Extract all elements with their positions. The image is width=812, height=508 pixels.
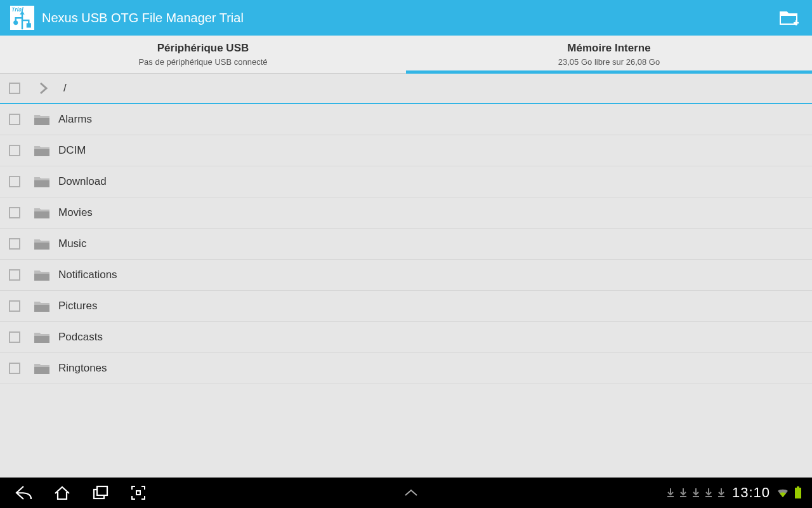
tab-usb-subtitle: Pas de périphérique USB connecté [138, 57, 267, 67]
file-list[interactable]: Alarms DCIM Download Movies [0, 104, 812, 478]
home-icon [53, 485, 71, 501]
row-checkbox[interactable] [9, 269, 20, 281]
svg-point-1 [14, 21, 17, 24]
recent-apps-icon [91, 485, 109, 500]
usb-otg-icon [12, 11, 32, 30]
status-clock: 13:10 [732, 485, 770, 501]
file-name: Podcasts [58, 331, 103, 344]
file-row[interactable]: Movies [0, 197, 812, 229]
storage-tabs: Périphérique USB Pas de périphérique USB… [0, 36, 812, 74]
file-name: Pictures [58, 300, 97, 312]
folder-icon [33, 268, 51, 282]
row-checkbox[interactable] [9, 114, 20, 125]
chevron-up-icon [403, 488, 419, 497]
file-row[interactable]: Ringtones [0, 353, 812, 384]
nav-home-button[interactable] [43, 478, 81, 508]
file-row[interactable]: Pictures [0, 291, 812, 322]
row-checkbox[interactable] [9, 363, 20, 374]
file-row[interactable]: Podcasts [0, 322, 812, 353]
select-all-checkbox[interactable] [9, 83, 20, 94]
svg-rect-8 [136, 491, 140, 495]
file-name: Alarms [58, 113, 92, 126]
folder-icon [33, 361, 51, 375]
row-checkbox[interactable] [9, 207, 20, 218]
file-name: Ringtones [58, 362, 107, 375]
file-name: Download [58, 175, 107, 188]
file-name: DCIM [58, 144, 86, 157]
download-icon [690, 487, 702, 498]
row-checkbox[interactable] [9, 238, 20, 250]
app-icon: Trial [10, 6, 34, 30]
path-row: / [0, 74, 812, 104]
nav-screenshot-button[interactable] [119, 478, 157, 508]
folder-icon [33, 206, 51, 220]
app-icon-trial-label: Trial [11, 6, 23, 13]
current-path: / [63, 82, 67, 95]
svg-rect-2 [27, 24, 30, 27]
svg-rect-7 [97, 486, 107, 495]
folder-icon [33, 175, 51, 189]
folder-plus-icon [780, 10, 799, 26]
file-row[interactable]: DCIM [0, 135, 812, 166]
folder-icon [33, 112, 51, 126]
folder-icon [33, 144, 51, 157]
back-icon [15, 485, 34, 501]
nav-back-button[interactable] [5, 478, 43, 508]
svg-rect-20 [795, 488, 801, 498]
download-icon [703, 487, 714, 498]
download-icon [665, 487, 676, 498]
app-bar: Trial Nexus USB OTG File Manager Trial [0, 0, 812, 36]
file-name: Notifications [58, 269, 117, 281]
new-folder-button[interactable] [776, 5, 802, 30]
battery-icon [792, 486, 804, 499]
wifi-icon [776, 486, 789, 499]
file-name: Movies [58, 206, 93, 219]
row-checkbox[interactable] [9, 176, 20, 187]
row-checkbox[interactable] [9, 145, 20, 156]
chevron-right-icon [39, 82, 49, 95]
tab-internal-title: Mémoire Interne [567, 42, 650, 55]
file-row[interactable]: Alarms [0, 104, 812, 135]
status-area[interactable]: 13:10 [665, 485, 807, 501]
download-icon [716, 487, 727, 498]
system-nav-bar: 13:10 [0, 478, 812, 508]
download-icon [678, 487, 689, 498]
tab-internal-subtitle: 23,05 Go libre sur 26,08 Go [558, 57, 660, 67]
nav-recent-button[interactable] [81, 478, 119, 508]
file-row[interactable]: Notifications [0, 260, 812, 291]
folder-icon [33, 330, 51, 344]
tab-internal-memory[interactable]: Mémoire Interne 23,05 Go libre sur 26,08… [406, 36, 812, 73]
screenshot-icon [130, 485, 147, 501]
row-checkbox[interactable] [9, 331, 20, 343]
tab-usb-device[interactable]: Périphérique USB Pas de périphérique USB… [0, 36, 406, 73]
folder-icon [33, 299, 51, 313]
tab-usb-title: Périphérique USB [157, 42, 249, 55]
app-title: Nexus USB OTG File Manager Trial [42, 11, 244, 25]
file-row[interactable]: Download [0, 166, 812, 197]
folder-icon [33, 237, 51, 251]
svg-rect-19 [797, 486, 799, 488]
file-row[interactable]: Music [0, 229, 812, 260]
path-expand-button[interactable] [33, 77, 55, 99]
file-name: Music [58, 237, 86, 250]
row-checkbox[interactable] [9, 300, 20, 312]
nav-expand-button[interactable] [402, 484, 420, 502]
